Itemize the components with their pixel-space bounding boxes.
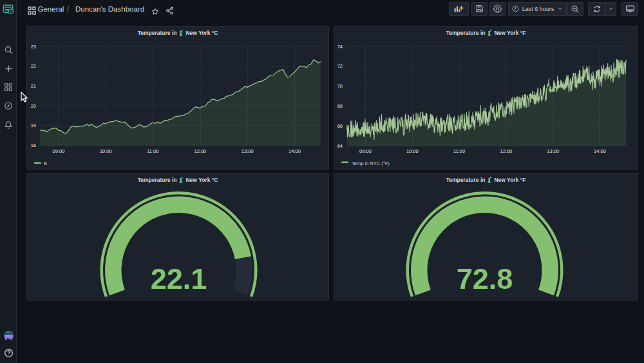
svg-text:11:00: 11:00 [147,148,158,154]
svg-text:Temp in NYC (°F): Temp in NYC (°F) [352,161,390,166]
svg-text:21: 21 [31,83,36,89]
svg-text:09:00: 09:00 [359,148,372,154]
svg-text:72: 72 [337,63,343,69]
svg-text:22.1: 22.1 [151,262,207,295]
svg-text:09:00: 09:00 [53,148,65,154]
svg-text:20: 20 [31,103,36,109]
svg-text:11:00: 11:00 [453,148,465,154]
svg-text:66: 66 [337,123,343,129]
svg-text:13:00: 13:00 [242,148,254,154]
svg-text:10:00: 10:00 [406,148,419,154]
svg-text:18: 18 [31,142,36,148]
svg-text:70: 70 [337,83,343,89]
svg-text:14:00: 14:00 [289,148,301,154]
svg-text:13:00: 13:00 [547,148,559,154]
svg-text:12:00: 12:00 [500,148,513,154]
svg-text:74: 74 [337,44,343,50]
svg-text:10:00: 10:00 [100,148,112,154]
svg-text:12:00: 12:00 [194,148,207,154]
svg-text:14:00: 14:00 [594,148,606,154]
svg-text:23: 23 [31,44,36,50]
svg-text:19: 19 [31,123,36,128]
svg-text:72.8: 72.8 [457,262,513,295]
svg-text:22: 22 [31,63,36,69]
svg-text:68: 68 [337,103,343,109]
svg-text:64: 64 [337,143,343,149]
svg-text:B: B [44,161,47,166]
